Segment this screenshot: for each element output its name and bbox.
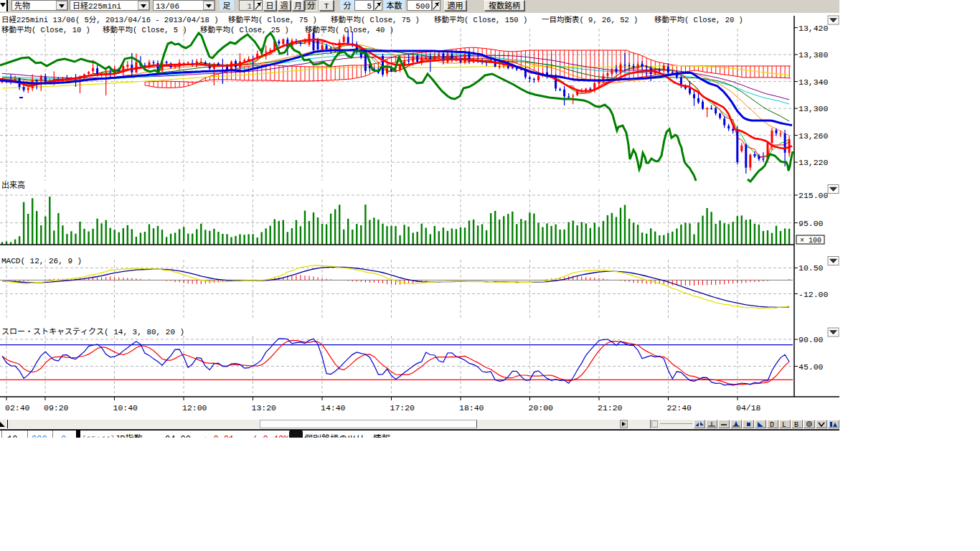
svg-text:10.50: 10.50: [798, 261, 824, 273]
svg-text:10:40: 10:40: [113, 401, 138, 413]
svg-text:13,300: 13,300: [798, 102, 829, 113]
svg-text:一目均衡表( 9, 26, 52 ): 一目均衡表( 9, 26, 52 ): [542, 14, 638, 24]
svg-text:D: D: [770, 420, 774, 428]
svg-text:18:40: 18:40: [459, 401, 484, 413]
svg-text:13,380: 13,380: [798, 48, 829, 60]
svg-text:× 100: × 100: [800, 234, 821, 245]
svg-text:移動平均( Close, 20 ): 移動平均( Close, 20 ): [654, 14, 743, 24]
svg-text:13,420: 13,420: [798, 22, 829, 33]
svg-text:B: B: [794, 420, 798, 428]
svg-text:移動平均( Close, 10 ): 移動平均( Close, 10 ): [1, 24, 90, 34]
svg-text:-12.00: -12.00: [798, 288, 829, 299]
svg-text:45.00: 45.00: [798, 360, 824, 372]
svg-text:移動平均( Close, 75 ): 移動平均( Close, 75 ): [331, 14, 420, 24]
svg-text:02:40: 02:40: [5, 401, 30, 413]
svg-text:22:40: 22:40: [667, 401, 692, 413]
svg-text:20:00: 20:00: [529, 401, 554, 413]
svg-text:13,220: 13,220: [798, 156, 829, 167]
svg-text:21:20: 21:20: [598, 401, 623, 413]
svg-text:移動平均( Close, 75 ): 移動平均( Close, 75 ): [228, 14, 317, 24]
svg-text:MACD( 12, 26, 9 ): MACD( 12, 26, 9 ): [1, 254, 82, 265]
svg-text:13:20: 13:20: [252, 401, 277, 413]
svg-text:13,260: 13,260: [798, 129, 829, 141]
svg-text:215.00: 215.00: [798, 189, 829, 200]
svg-text:L: L: [782, 420, 786, 428]
svg-text:移動平均( Close, 40 ): 移動平均( Close, 40 ): [305, 24, 394, 34]
svg-text:日経225mini 13/06( 5分, 2013/04/1: 日経225mini 13/06( 5分, 2013/04/16 - 2013/0…: [1, 14, 218, 24]
svg-text:移動平均( Close, 5 ): 移動平均( Close, 5 ): [103, 24, 187, 34]
svg-text:スロー・ストキャスティクス( 14, 3, 80, 20 ): スロー・ストキャスティクス( 14, 3, 80, 20 ): [1, 325, 184, 336]
svg-text:12:00: 12:00: [182, 401, 207, 413]
svg-text:移動平均( Close, 150 ): 移動平均( Close, 150 ): [434, 14, 527, 24]
svg-text:14:40: 14:40: [321, 401, 346, 413]
svg-text:09:20: 09:20: [44, 401, 69, 413]
svg-text:90.00: 90.00: [798, 333, 824, 344]
svg-text:95.00: 95.00: [798, 217, 824, 228]
svg-text:04/18: 04/18: [736, 401, 761, 413]
svg-text:13,340: 13,340: [798, 75, 829, 87]
svg-text:17:20: 17:20: [390, 401, 415, 413]
svg-text:移動平均( Close, 25 ): 移動平均( Close, 25 ): [200, 24, 289, 34]
svg-text:出来高: 出来高: [1, 179, 25, 190]
